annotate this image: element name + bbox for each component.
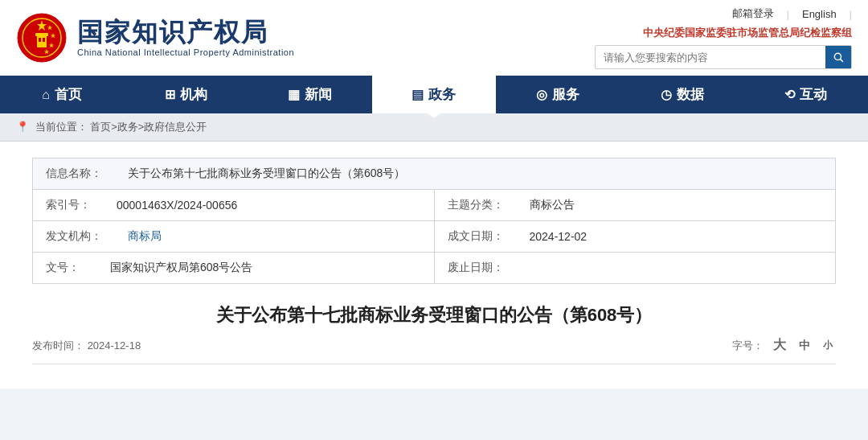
logo-emblem	[16, 12, 68, 64]
header-right: 邮箱登录 | English | 中央纪委国家监委驻市场监管总局纪检监察组	[595, 6, 852, 69]
nav-label-news: 新闻	[305, 85, 332, 104]
info-doc-value: 国家知识产权局第608号公告	[97, 253, 434, 283]
logo-area: 国家知识产权局 China National Intellectual Prop…	[16, 12, 294, 64]
svg-rect-9	[39, 38, 41, 42]
info-issuer-label: 发文机构：	[33, 221, 115, 252]
header-top: 国家知识产权局 China National Intellectual Prop…	[0, 0, 868, 76]
font-large-button[interactable]: 大	[770, 337, 789, 354]
divider: |	[787, 8, 789, 20]
gov-icon: ▤	[411, 87, 424, 102]
nav-label-home: 首页	[55, 85, 82, 104]
header-notice: 中央纪委国家监委驻市场监管总局纪检监察组	[643, 26, 852, 40]
nav-item-service[interactable]: ◎ 服务	[496, 76, 620, 113]
news-icon: ▦	[288, 87, 300, 102]
info-half-date: 成文日期： 2024-12-02	[435, 221, 836, 252]
nav-label-gov: 政务	[428, 85, 456, 104]
logo-cn-text: 国家知识产权局	[77, 19, 294, 47]
data-icon: ◷	[661, 87, 672, 102]
nav-label-org: 机构	[180, 85, 207, 104]
info-half-expire: 废止日期：	[435, 253, 836, 283]
info-ref-label: 索引号：	[33, 190, 104, 220]
nav-item-news[interactable]: ▦ 新闻	[248, 76, 372, 113]
nav-item-data[interactable]: ◷ 数据	[620, 76, 743, 113]
nav-label-interact: 互动	[800, 85, 827, 104]
search-input[interactable]	[596, 51, 825, 64]
info-half-doc: 文号： 国家知识产权局第608号公告	[33, 253, 435, 283]
article-title: 关于公布第十七批商标业务受理窗口的公告（第608号）	[32, 303, 836, 327]
publish-info: 发布时间： 2024-12-18	[32, 339, 141, 353]
nav-label-data: 数据	[677, 85, 704, 104]
publish-date: 2024-12-18	[88, 339, 141, 352]
info-date-label: 成文日期：	[435, 221, 517, 252]
info-row-issuer: 发文机构： 商标局 成文日期： 2024-12-02	[33, 221, 835, 253]
info-row-ref: 索引号： 00001463X/2024-00656 主题分类： 商标公告	[33, 190, 835, 221]
svg-rect-7	[37, 35, 47, 47]
info-row-doc: 文号： 国家知识产权局第608号公告 废止日期：	[33, 253, 835, 283]
header-links: 邮箱登录 | English |	[732, 6, 852, 21]
info-ref-value: 00001463X/2024-00656	[104, 190, 434, 220]
svg-rect-8	[35, 33, 48, 36]
info-doc-label: 文号：	[33, 253, 97, 283]
svg-rect-10	[43, 38, 45, 42]
article-meta: 发布时间： 2024-12-18 字号： 大 中 小	[32, 337, 836, 364]
info-table: 信息名称： 关于公布第十七批商标业务受理窗口的公告（第608号） 索引号： 00…	[32, 158, 836, 284]
logo-text: 国家知识产权局 China National Intellectual Prop…	[77, 19, 294, 56]
font-size-controls: 字号： 大 中 小	[732, 337, 836, 354]
info-name-value: 关于公布第十七批商标业务受理窗口的公告（第608号）	[115, 158, 835, 189]
org-icon: ⊞	[165, 87, 175, 102]
location-icon: 📍	[16, 121, 29, 133]
info-row-title: 信息名称： 关于公布第十七批商标业务受理窗口的公告（第608号）	[33, 158, 835, 190]
interact-icon: ⟲	[784, 87, 795, 102]
nav-label-service: 服务	[552, 85, 579, 104]
logo-en-text: China National Intellectual Property Adm…	[77, 47, 294, 57]
font-small-button[interactable]: 小	[820, 339, 836, 352]
breadcrumb-path: 首页>政务>政府信息公开	[90, 121, 207, 133]
svg-point-11	[834, 53, 841, 60]
info-topic-value: 商标公告	[517, 190, 836, 220]
info-date-value: 2024-12-02	[517, 221, 836, 252]
info-name-label: 信息名称：	[33, 158, 115, 189]
main-nav: ⌂ 首页 ⊞ 机构 ▦ 新闻 ▤ 政务 ◎ 服务 ◷ 数据 ⟲ 互动	[0, 76, 868, 113]
nav-item-home[interactable]: ⌂ 首页	[0, 76, 124, 113]
font-size-label: 字号：	[732, 339, 764, 353]
info-half-issuer: 发文机构： 商标局	[33, 221, 435, 252]
main-content: 信息名称： 关于公布第十七批商标业务受理窗口的公告（第608号） 索引号： 00…	[0, 142, 868, 389]
divider2: |	[850, 8, 852, 20]
nav-item-government[interactable]: ▤ 政务	[372, 76, 496, 113]
info-issuer-value[interactable]: 商标局	[115, 221, 434, 252]
publish-label: 发布时间：	[32, 339, 84, 352]
info-half-ref: 索引号： 00001463X/2024-00656	[33, 190, 435, 220]
header: 国家知识产权局 China National Intellectual Prop…	[0, 0, 868, 113]
service-icon: ◎	[536, 87, 547, 102]
search-bar	[595, 45, 852, 69]
email-login-link[interactable]: 邮箱登录	[732, 6, 774, 21]
nav-item-organization[interactable]: ⊞ 机构	[124, 76, 248, 113]
search-button[interactable]	[825, 45, 851, 69]
nav-item-interact[interactable]: ⟲ 互动	[744, 76, 868, 113]
english-link[interactable]: English	[802, 8, 837, 20]
info-expire-label: 废止日期：	[435, 253, 517, 283]
font-medium-button[interactable]: 中	[796, 339, 813, 353]
info-topic-label: 主题分类：	[435, 190, 517, 220]
info-expire-value	[517, 253, 836, 283]
home-icon: ⌂	[42, 88, 50, 102]
breadcrumb-prefix: 当前位置：	[35, 121, 88, 133]
info-half-topic: 主题分类： 商标公告	[435, 190, 836, 220]
svg-line-12	[841, 60, 843, 62]
